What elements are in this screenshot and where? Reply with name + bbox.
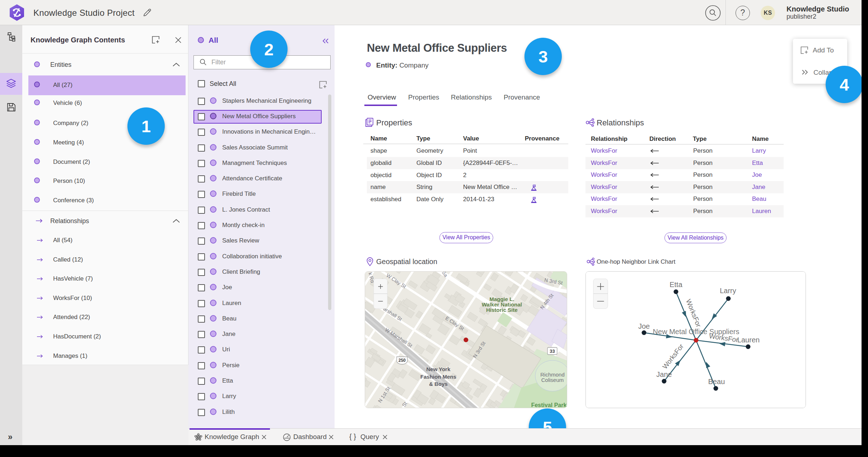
svg-text:New York: New York bbox=[426, 366, 451, 372]
svg-text:Fashion Mens: Fashion Mens bbox=[420, 374, 456, 380]
svg-text:Beau: Beau bbox=[708, 378, 725, 386]
svg-text:Joe: Joe bbox=[638, 322, 650, 330]
svg-text:Festival Park: Festival Park bbox=[531, 402, 567, 408]
svg-text:Larry: Larry bbox=[720, 287, 736, 295]
svg-text:Coliseum: Coliseum bbox=[541, 377, 564, 383]
svg-text:Lauren: Lauren bbox=[737, 336, 760, 344]
svg-text:250: 250 bbox=[398, 358, 406, 363]
svg-text:Jane: Jane bbox=[656, 370, 672, 378]
svg-text:& Boys: & Boys bbox=[429, 381, 448, 387]
svg-text:Historic Site: Historic Site bbox=[486, 307, 518, 313]
svg-text:33: 33 bbox=[550, 348, 555, 354]
svg-text:Etta: Etta bbox=[669, 281, 682, 288]
